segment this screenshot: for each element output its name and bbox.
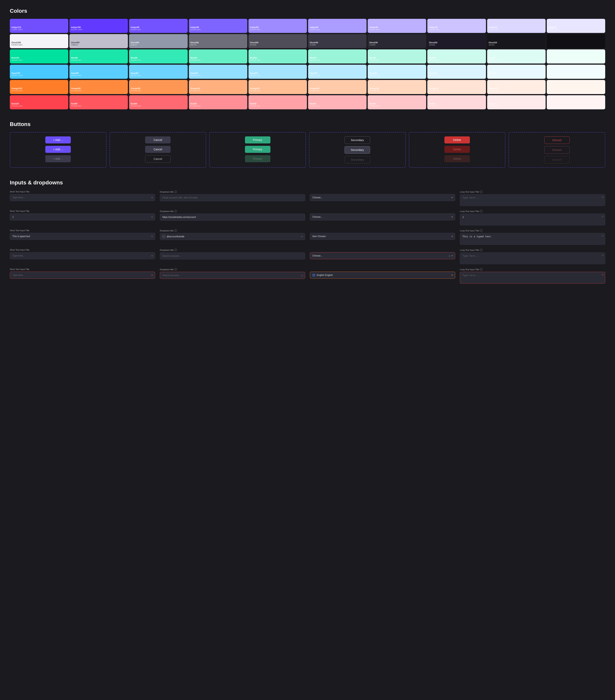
dropdown-group-4: Dropdown title i ⚠ xyxy=(160,268,305,284)
long-text-input-0[interactable] xyxy=(460,194,605,206)
swatch-hex: 623AFF 100% xyxy=(71,29,126,31)
color-row-0: Indigo/110714FFF 100%Indigo/100623AFF 10… xyxy=(10,19,605,33)
color-swatch-0-3: Indigo/80623AFF 84% xyxy=(189,19,247,33)
dropdown-input-1[interactable] xyxy=(160,214,305,221)
short-text-input-0[interactable] xyxy=(10,194,155,201)
select-wrapper-1: Choose... ▼ xyxy=(310,213,455,221)
secondary-button-1[interactable]: Secondary xyxy=(345,136,370,144)
swatch-name: Ghost/80 xyxy=(131,41,186,44)
cancel-button-1[interactable]: Cancel xyxy=(145,136,171,143)
swatch-name: Orange/20 xyxy=(429,87,484,90)
color-swatch-0-0: Indigo/110714FFF 100% xyxy=(10,19,68,33)
long-text-icon-1: ✕ xyxy=(602,215,604,218)
swatch-hex: FF434E 82% xyxy=(131,105,186,108)
swatch-hex: FF7D28 100% xyxy=(11,90,67,92)
color-swatch-1-2: Ghost/809098A9 xyxy=(129,34,187,48)
long-text-label-2: Long Text Input Title i xyxy=(460,229,605,232)
swatch-hex: FF7D28 20% xyxy=(429,90,484,92)
long-text-input-3[interactable] xyxy=(460,252,605,264)
short-text-input-2[interactable] xyxy=(10,233,155,240)
color-swatch-3-0: Aqua/10048C9FF 100% xyxy=(10,65,68,79)
select-group-3: Choose... ⚠ ▼ xyxy=(310,249,455,265)
swatch-hex: C0BECC xyxy=(71,44,126,46)
swatch-hex: FF434E 12% xyxy=(489,105,544,108)
swatch-name: Mint/40 xyxy=(310,57,365,59)
long-text-input-4[interactable] xyxy=(460,272,605,284)
color-swatch-1-8: Ghost/1016161C xyxy=(487,34,545,48)
short-text-input-1[interactable] xyxy=(10,213,155,221)
primary-button-1[interactable]: Primary xyxy=(245,136,270,143)
dropdown-input-wrapper-1 xyxy=(160,214,305,221)
secondary-button-disabled: Secondary xyxy=(345,156,370,163)
swatch-hex: 623AFF 92% xyxy=(131,29,186,31)
color-swatch-3-3: Aqua/6048C9FF 64% xyxy=(189,65,247,79)
secondary-button-group: Secondary Secondary Secondary xyxy=(309,132,406,168)
long-text-info-icon-3: i xyxy=(480,249,482,251)
buttons-section: Buttons + Add ... + Add ... + Add ... Ca… xyxy=(10,121,605,168)
swatch-hex: 623AFF 15% xyxy=(548,29,604,31)
dropdown-input-3[interactable] xyxy=(160,252,305,260)
long-text-label-3: Long Text Input Title i xyxy=(460,249,605,251)
buttons-grid: + Add ... + Add ... + Add ... Cancel Can… xyxy=(10,132,605,168)
dropdown-social-wrapper-2: ✕ xyxy=(160,233,305,240)
discard-button-2[interactable]: Discard xyxy=(544,146,570,154)
secondary-button-2[interactable]: Secondary xyxy=(345,146,370,154)
short-text-input-4[interactable] xyxy=(10,272,155,279)
color-swatch-4-6: Orange/30FF7D28 32% xyxy=(368,80,426,94)
long-text-input-1[interactable]: 1 xyxy=(460,214,605,225)
short-text-group-0: Short Text Input Title ✕ xyxy=(10,190,155,207)
select-input-2[interactable]: Item Chosen Item Chosen xyxy=(310,233,455,240)
add-button-normal[interactable]: + Add ... xyxy=(45,146,71,153)
long-text-wrapper-4: ✕ xyxy=(460,272,605,284)
swatch-hex: FF7D28 12% xyxy=(489,90,544,92)
colors-title: Colors xyxy=(10,8,605,14)
color-swatch-3-9 xyxy=(547,65,605,79)
cancel-button-3[interactable]: Cancel xyxy=(145,155,171,163)
swatch-name: Ghost/90 xyxy=(71,41,126,44)
short-text-input-3[interactable] xyxy=(10,252,155,259)
dropdown-label-4: Dropdown title i xyxy=(160,268,305,271)
cancel-button-2[interactable]: Cancel xyxy=(145,146,171,153)
swatch-name: Red/30 xyxy=(369,103,425,105)
dropdown-input-4[interactable] xyxy=(160,272,305,279)
short-text-group-1: Short Text Input Title ✕ xyxy=(10,210,155,226)
color-swatch-0-1: Indigo/100623AFF 100% xyxy=(70,19,128,33)
color-row-2: Mint/10000E09E 100%Mint/9000E09E 88%Mint… xyxy=(10,49,605,63)
swatch-hex: FF434E 55% xyxy=(250,105,305,108)
select-input-0[interactable]: Choose... xyxy=(310,194,455,201)
short-text-label-1: Short Text Input Title xyxy=(10,210,155,212)
select-wrapper-4: English English ▼ xyxy=(310,272,455,279)
swatch-name: Red/80 xyxy=(131,103,186,105)
discard-button-1[interactable]: Discard xyxy=(544,136,570,144)
add-button-active[interactable]: + Add ... xyxy=(45,136,71,143)
swatch-hex: FF434E 64% xyxy=(190,105,246,108)
swatch-name: Mint/100 xyxy=(11,57,67,59)
dropdown-info-icon-1: i xyxy=(174,210,177,212)
swatch-name: Red/50 xyxy=(250,103,305,105)
dropdown-input-0[interactable] xyxy=(160,194,305,201)
long-text-input-2[interactable]: This is a typed text. xyxy=(460,233,605,245)
swatch-name: Red/20 xyxy=(429,103,484,105)
select-input-3[interactable]: Choose... xyxy=(310,252,455,259)
inputs-section: Inputs & dropdowns Short Text Input Titl… xyxy=(10,179,605,284)
primary-button-2[interactable]: Primary xyxy=(245,146,270,153)
dropdown-info-icon-3: i xyxy=(174,249,177,251)
swatch-name: Indigo/10 xyxy=(548,26,604,29)
buttons-title: Buttons xyxy=(10,121,605,127)
swatch-hex: 00E09E 88% xyxy=(71,59,126,62)
swatch-name: Ghost/20 xyxy=(429,41,484,44)
color-swatch-1-1: Ghost/90C0BECC xyxy=(70,34,128,48)
swatch-hex: 2A2933 xyxy=(369,44,425,46)
short-text-label-3: Short Text Input Title xyxy=(10,249,155,251)
dropdown-group-3: Dropdown title i xyxy=(160,249,305,265)
dropdown-social-input-2[interactable] xyxy=(167,233,299,240)
color-swatch-3-5: Aqua/4048C9FF 44% xyxy=(308,65,367,79)
delete-button-2[interactable]: Delete xyxy=(444,146,470,153)
select-globe-wrapper-4[interactable]: English English xyxy=(310,272,455,279)
select-input-1[interactable]: Choose... xyxy=(310,213,455,221)
long-text-group-4: Long Text Input Title i ✕ xyxy=(460,268,605,284)
swatch-name: Indigo/80 xyxy=(190,26,246,29)
swatch-hex: FF434E 90% xyxy=(71,105,126,108)
long-text-info-icon-0: i xyxy=(480,190,482,193)
delete-button-1[interactable]: Delete xyxy=(444,136,470,143)
